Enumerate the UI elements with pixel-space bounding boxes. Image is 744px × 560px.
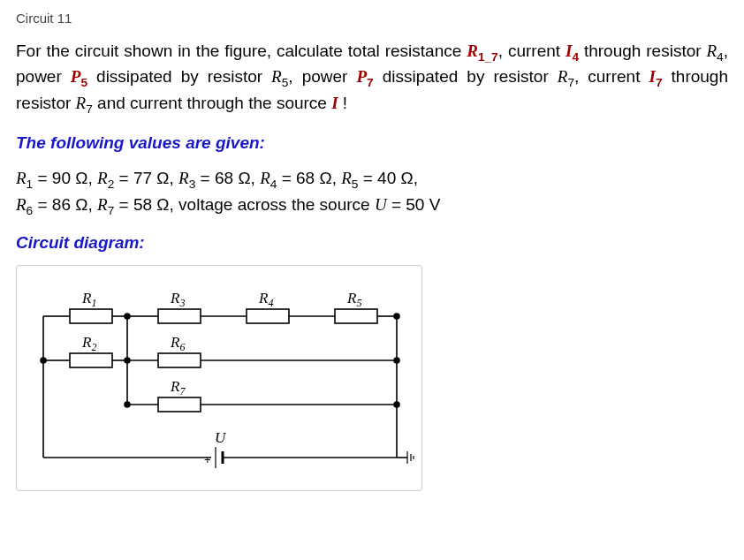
- text: and current through the source: [93, 94, 331, 112]
- values-line-2: R6 = 86 Ω, R7 = 58 Ω, voltage across the…: [16, 192, 728, 217]
- circuit-diagram: R1 R3 R4 R5 R2 R6 R7 U +: [16, 265, 422, 491]
- sym-R7b: R: [76, 94, 87, 112]
- given-heading: The following values are given:: [16, 133, 728, 153]
- svg-rect-11: [335, 309, 377, 323]
- sub-P5: 5: [80, 76, 87, 89]
- svg-rect-26: [158, 397, 201, 412]
- val: = 77 Ω,: [114, 169, 178, 187]
- val: = 40 Ω,: [358, 169, 418, 187]
- val: = 50 V: [387, 195, 441, 214]
- sym: R: [260, 169, 270, 187]
- sym-I7: I: [649, 67, 655, 86]
- sub-R4: 4: [717, 50, 724, 64]
- text: , power: [288, 67, 356, 86]
- sub-R17: 1_7: [478, 50, 498, 64]
- text: !: [338, 94, 348, 112]
- label-R5: R5: [346, 290, 361, 309]
- svg-rect-9: [247, 309, 289, 323]
- circuit-svg: R1 R3 R4 R5 R2 R6 R7 U +: [26, 276, 414, 480]
- sym-P7: P: [356, 67, 367, 86]
- given-values: R1 = 90 Ω, R2 = 77 Ω, R3 = 68 Ω, R4 = 68…: [16, 165, 728, 217]
- val: = 90 Ω,: [33, 169, 97, 187]
- sym-I: I: [331, 94, 338, 112]
- label-R2: R2: [81, 334, 96, 353]
- val: = 68 Ω,: [277, 169, 341, 187]
- text: dissipated by resistor: [374, 67, 558, 86]
- val: = 86 Ω,: [33, 195, 97, 214]
- sub-I7: 7: [656, 76, 663, 89]
- label-R6: R6: [170, 334, 185, 353]
- svg-point-23: [394, 358, 399, 363]
- sym-U: U: [375, 195, 387, 214]
- text: dissipated by resistor: [87, 67, 271, 86]
- val: = 68 Ω,: [195, 169, 260, 187]
- label-R1: R1: [81, 290, 96, 309]
- sym-P5: P: [71, 67, 81, 86]
- sym: R: [97, 169, 108, 187]
- diagram-heading: Circuit diagram:: [16, 233, 728, 253]
- sub-R7b: 7: [86, 102, 93, 116]
- text: , current: [574, 67, 649, 86]
- text: voltage across the source: [178, 195, 375, 214]
- svg-rect-7: [158, 309, 201, 323]
- svg-point-28: [394, 402, 399, 407]
- sym-R7: R: [558, 67, 568, 86]
- sub-R7: 7: [567, 76, 574, 89]
- sub-P7: 7: [367, 76, 374, 89]
- label-R4: R4: [258, 290, 273, 309]
- svg-point-15: [41, 358, 46, 363]
- sym: R: [178, 169, 189, 187]
- sym-R5: R: [271, 67, 282, 86]
- sym: R: [16, 195, 27, 214]
- sym-R4: R: [706, 42, 717, 60]
- svg-rect-16: [70, 353, 112, 367]
- sym-R17: R: [467, 42, 478, 60]
- sub-I4: 4: [572, 50, 579, 64]
- text: , current: [498, 42, 566, 60]
- problem-statement: For the circuit shown in the figure, cal…: [16, 38, 728, 116]
- sym: R: [341, 169, 352, 187]
- svg-rect-21: [158, 353, 201, 367]
- values-line-1: R1 = 90 Ω, R2 = 77 Ω, R3 = 68 Ω, R4 = 68…: [16, 165, 728, 191]
- label-U: U: [215, 429, 227, 446]
- sym: R: [16, 169, 27, 187]
- plus-icon: +: [204, 453, 211, 466]
- svg-rect-3: [70, 309, 112, 323]
- svg-point-13: [394, 314, 399, 319]
- text: through resistor: [579, 42, 707, 60]
- label-R7: R7: [170, 378, 186, 397]
- text: For the circuit shown in the figure, cal…: [16, 42, 467, 60]
- sym: R: [97, 195, 108, 214]
- problem-title: Circuit 11: [16, 11, 728, 26]
- label-R3: R3: [170, 290, 185, 309]
- val: = 58 Ω,: [114, 195, 178, 214]
